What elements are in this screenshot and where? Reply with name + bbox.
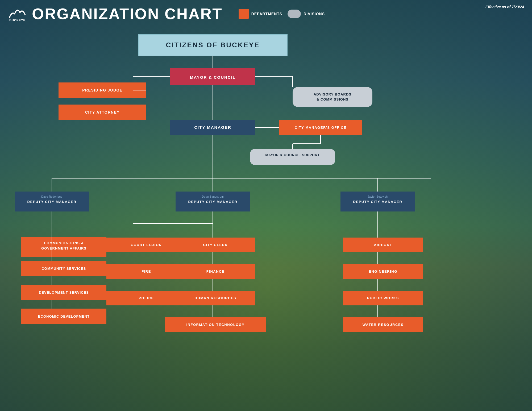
svg-text:BUCKEYE, AZ: BUCKEYE, AZ [9,19,27,22]
development-services-label: DEVELOPMENT SERVICES [39,290,89,294]
deputy3-title: DEPUTY CITY MANAGER [353,200,402,204]
advisory-boards-line2: & COMMISSIONS [317,97,348,101]
public-works-label: PUBLIC WORKS [367,296,399,300]
departments-label: DEPARTMENTS [251,12,282,16]
deputy2-name: Doug Sandstrom [202,195,224,198]
finance-label: FINANCE [206,269,225,273]
legend: DEPARTMENTS DIVISIONS [239,9,325,19]
division-color-swatch [288,10,301,18]
mayor-council-support-line1: MAYOR & COUNCIL SUPPORT [265,153,320,157]
city-manager-label: CITY MANAGER [194,125,231,130]
water-resources-label: WATER RESOURCES [363,323,404,327]
police-label: POLICE [139,296,154,300]
information-technology-label: INFORMATION TECHNOLOGY [186,323,244,327]
human-resources-label: HUMAN RESOURCES [195,296,236,300]
engineering-label: ENGINEERING [369,269,397,273]
department-color-swatch [239,9,249,19]
legend-departments: DEPARTMENTS [239,9,282,19]
mayor-council-label: MAYOR & COUNCIL [190,75,236,80]
communications-line2: GOVERNMENT AFFAIRS [41,246,86,250]
deputy3-name: Javier Setovich [368,195,388,198]
deputy1-name: Dave Roderique [41,195,62,198]
city-clerk-label: CITY CLERK [203,243,228,247]
legend-divisions: DIVISIONS [288,10,325,18]
communications-line1: COMMUNICATIONS & [44,241,84,245]
city-attorney-label: CITY ATTORNEY [85,110,120,114]
page-title: ORGANIZATION CHART [32,5,223,23]
advisory-boards-line1: ADVISORY BOARDS [314,92,351,96]
airport-label: AIRPORT [374,243,392,247]
advisory-boards-node [293,87,372,107]
divisions-label: DIVISIONS [304,12,325,16]
community-services-label: COMMUNITY SERVICES [41,267,86,271]
deputy1-title: DEPUTY CITY MANAGER [27,200,77,204]
logo-icon: BUCKEYE, AZ [8,6,27,22]
deputy2-title: DEPUTY CITY MANAGER [188,200,238,204]
economic-development-label: ECONOMIC DEVELOPMENT [38,314,90,318]
citizens-label: CITIZENS OF BUCKEYE [166,41,260,49]
header: BUCKEYE, AZ ORGANIZATION CHART DEPARTMEN… [0,0,532,25]
mayor-council-support-node [250,149,335,165]
effective-date: Effective as of 7/23/24 [485,5,524,9]
presiding-judge-label: PRESIDING JUDGE [82,88,123,92]
court-liason-label: COURT LIASON [131,243,162,247]
fire-label: FIRE [142,269,151,273]
city-managers-office-label: CITY MANAGER'S OFFICE [295,126,347,130]
logo-area: BUCKEYE, AZ [8,6,27,22]
org-chart-svg: CITIZENS OF BUCKEYE MAYOR & COUNCIL PRES… [0,29,532,411]
